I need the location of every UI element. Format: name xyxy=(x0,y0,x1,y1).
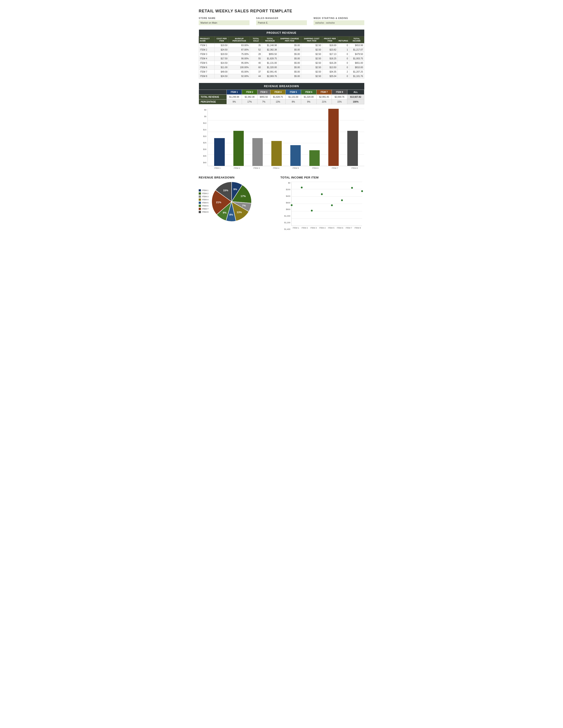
line-chart-y-labels: $1,400$1,200$1,000$800$600$400$200$0 xyxy=(280,182,292,230)
cell-0-5: $5.00 xyxy=(278,43,301,48)
legend-color xyxy=(199,202,201,204)
meta-section: STORE NAME Market on Main SALES MANAGER … xyxy=(199,17,364,25)
col-header-7: PROFIT PER ITEM xyxy=(322,36,338,43)
line-y-label: $200 xyxy=(280,188,292,191)
bar-y-label: $30 xyxy=(199,148,207,150)
store-name-block: STORE NAME Market on Main xyxy=(199,17,249,25)
line-y-label: $400 xyxy=(280,195,292,197)
col-header-9: TOTAL INCOME xyxy=(349,36,364,43)
bar-group xyxy=(305,109,324,166)
line-x-label: ITEM 6 xyxy=(336,226,345,229)
breakdown-col-4: ITEM 5 xyxy=(286,90,301,95)
cell-4-2: 95.00% xyxy=(229,61,250,65)
cell-7-5: $5.00 xyxy=(278,74,301,79)
pie-chart-section: REVENUE BREAKDOWN ITEM 1ITEM 2ITEM 3ITEM… xyxy=(199,176,274,235)
legend-label: ITEM 5 xyxy=(202,202,208,204)
legend-color xyxy=(199,192,201,195)
pie-chart-title: REVENUE BREAKDOWN xyxy=(199,176,274,179)
bar-x-label: ITEM 2 xyxy=(227,166,247,169)
revenue-val-0: $1,248.98 xyxy=(226,95,242,99)
pie-label: 7% xyxy=(242,204,246,207)
revenue-val-7: $2,069.76 xyxy=(332,95,347,99)
bar-x-label: ITEM 4 xyxy=(266,166,286,169)
line-x-label: ITEM 3 xyxy=(309,226,318,229)
pie-label: 8% xyxy=(229,213,233,216)
table-row: ITEM 6$11.00100.00%60$1,320.00$5.00$2.50… xyxy=(199,65,364,70)
bar-x-label: ITEM 5 xyxy=(286,166,306,169)
cell-1-5: $5.00 xyxy=(278,48,301,52)
legend-label: ITEM 1 xyxy=(202,189,208,191)
legend-color xyxy=(199,205,201,207)
cell-3-9: $1,003.75 xyxy=(349,56,364,61)
col-header-4: TOTAL REVENUE xyxy=(262,36,278,43)
breakdown-pct-label: PERCENTAGE xyxy=(199,99,227,104)
bar-x-label: ITEM 3 xyxy=(247,166,266,169)
cell-6-7: $34.35 xyxy=(322,70,338,74)
legend-label: ITEM 3 xyxy=(202,195,208,198)
pie-label: 13% xyxy=(237,211,242,214)
cell-6-3: 37 xyxy=(250,70,262,74)
cell-2-6: $2.50 xyxy=(301,52,322,56)
breakdown-col-5: ITEM 6 xyxy=(301,90,317,95)
line-y-label: $800 xyxy=(280,208,292,210)
col-header-6: SHIPPING COST PER ITEM xyxy=(301,36,322,43)
cell-3-5: $5.00 xyxy=(278,56,301,61)
legend-color xyxy=(199,208,201,210)
cell-6-4: $2,991.45 xyxy=(262,70,278,74)
cell-0-1: $19.50 xyxy=(214,43,229,48)
bar-group xyxy=(286,109,305,166)
cell-3-6: $2.50 xyxy=(301,56,322,61)
cell-7-6: $2.50 xyxy=(301,74,322,79)
cell-1-9: $1,217.07 xyxy=(349,48,364,52)
cell-3-2: 90.00% xyxy=(229,56,250,61)
legend-label: ITEM 8 xyxy=(202,211,208,213)
bar-x-label: ITEM 1 xyxy=(207,166,227,169)
sales-manager-value: Patrick E. xyxy=(256,20,307,25)
cell-3-8: 0 xyxy=(338,56,349,61)
breakdown-col-2: ITEM 3 xyxy=(257,90,270,95)
cell-0-8: 0 xyxy=(338,43,349,48)
sales-manager-block: SALES MANAGER Patrick E. xyxy=(256,17,307,25)
cell-6-6: $2.50 xyxy=(301,70,322,74)
bar xyxy=(252,138,263,166)
breakdown-empty-header xyxy=(199,90,227,95)
line-dot xyxy=(361,190,363,192)
cell-7-1: $24.50 xyxy=(214,74,229,79)
pct-val-7: 15% xyxy=(332,99,347,104)
col-header-2: MARKUP PERCENTAGE xyxy=(229,36,250,43)
week-block: WEEK STARTING & ENDING xx/xx/xx - xx/xx/… xyxy=(314,17,364,25)
bar-y-label: $25 xyxy=(199,142,207,144)
cell-6-5: $5.00 xyxy=(278,70,301,74)
cell-3-1: $17.50 xyxy=(214,56,229,61)
pie-label: 21% xyxy=(216,201,221,204)
cell-2-9: $479.50 xyxy=(349,52,364,56)
revenue-val-4: $1,131.00 xyxy=(286,95,301,99)
cell-1-6: $2.50 xyxy=(301,48,322,52)
cell-6-0: ITEM 7 xyxy=(199,70,214,74)
legend-label: ITEM 6 xyxy=(202,205,208,207)
store-name-value: Market on Main xyxy=(199,20,249,25)
legend-item: ITEM 1 xyxy=(199,189,208,191)
bar xyxy=(309,150,320,166)
pie-label: 9% xyxy=(233,188,237,191)
legend-label: ITEM 7 xyxy=(202,208,208,210)
revenue-val-8: $13,927.82 xyxy=(347,95,364,99)
line-y-label: $1,400 xyxy=(280,228,292,230)
line-chart-x-labels: ITEM 1ITEM 2ITEM 3ITEM 4ITEM 5ITEM 6ITEM… xyxy=(292,226,362,229)
cell-5-9: $810.00 xyxy=(349,65,364,70)
cell-3-4: $1,828.75 xyxy=(262,56,278,61)
legend-item: ITEM 6 xyxy=(199,205,208,207)
cell-6-8: 2 xyxy=(338,70,349,74)
line-x-label: ITEM 5 xyxy=(327,226,336,229)
cell-0-4: $1,248.98 xyxy=(262,43,278,48)
bar-group xyxy=(343,109,362,166)
line-y-label: $1,200 xyxy=(280,221,292,224)
cell-1-4: $2,382.38 xyxy=(262,48,278,52)
cell-2-0: ITEM 3 xyxy=(199,52,214,56)
pct-val-3: 13% xyxy=(270,99,286,104)
table-row: ITEM 8$24.5092.00%44$2,069.76$5.00$2.50$… xyxy=(199,74,364,79)
cell-2-2: 75.00% xyxy=(229,52,250,56)
legend-color xyxy=(199,195,201,198)
cell-5-0: ITEM 6 xyxy=(199,65,214,70)
cell-4-5: $5.00 xyxy=(278,61,301,65)
